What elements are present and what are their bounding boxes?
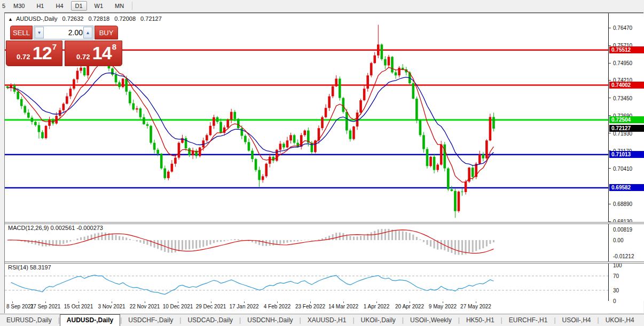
price-level-badge: 0.72504 <box>609 116 644 123</box>
price-tick-mark <box>609 80 611 81</box>
macd-panel-separator[interactable] <box>5 222 644 224</box>
ohlc-close: 0.72127 <box>140 15 162 22</box>
chart-tab-ukoil-h4[interactable]: UKOil-,H4 <box>599 315 641 326</box>
chart-tab-usdcad-daily[interactable]: USDCAD-,Daily <box>181 315 239 326</box>
timeframe-button-w1[interactable]: W1 <box>90 1 108 11</box>
time-tick-label: 10 Dec 2021 <box>163 304 193 309</box>
rsi-tick-label: 0 <box>613 298 616 304</box>
price-axis[interactable]: 0.764700.757100.749500.742100.734500.726… <box>608 13 644 301</box>
price-tick-label: 0.74950 <box>613 60 632 66</box>
time-tick-label: 4 Feb 2022 <box>264 304 291 309</box>
time-tick-mark <box>343 301 344 303</box>
chart-tab-usdcnh-daily[interactable]: USDCNH-,Daily <box>241 315 299 326</box>
volume-input[interactable] <box>44 27 83 38</box>
macd-tick-label: 0.00 <box>613 237 623 243</box>
price-tick-label: 0.73450 <box>613 96 632 101</box>
timeframe-button-mn[interactable]: MN <box>111 1 128 11</box>
macd-signal-value: -0.000273 <box>76 225 103 231</box>
buy-price-main: 14 <box>92 43 112 63</box>
timeframe-button-h4[interactable]: H4 <box>51 1 67 11</box>
macd-signal-line <box>7 230 493 253</box>
macd-indicator-label: MACD(12,26,9) <box>8 225 49 231</box>
sell-price-main: 12 <box>33 43 52 63</box>
time-tick-label: 17 Jan 2022 <box>229 304 258 309</box>
price-tick-mark <box>609 133 611 133</box>
price-level-badge: 0.75512 <box>609 46 644 53</box>
time-tick-mark <box>443 301 443 303</box>
time-tick-label: 23 Feb 2022 <box>295 304 325 309</box>
macd-label-row: MACD(12,26,9) 0.002561 -0.000273 <box>8 225 103 231</box>
rsi-value: 58.3197 <box>30 264 51 271</box>
price-level-badge: 0.72127 <box>609 125 644 132</box>
sell-button[interactable]: SELL <box>10 26 33 39</box>
time-tick-mark <box>45 301 46 303</box>
time-tick-label: 27 Sep 2021 <box>30 304 61 309</box>
time-axis[interactable]: 8 Sep 202127 Sep 202115 Oct 20213 Nov 20… <box>5 301 608 314</box>
time-tick-mark <box>178 301 178 303</box>
sell-price-box[interactable]: 0.72 127 <box>6 41 62 66</box>
chart-tab-hk50-h1[interactable]: HK50-,H1 <box>460 315 501 326</box>
macd-tick-label: -0.01212 <box>613 253 634 259</box>
chart-window: ▲AUDUSD-,Daily 0.72632 0.72818 0.72008 0… <box>4 12 643 313</box>
price-tick-mark <box>609 28 611 28</box>
rsi-panel-separator[interactable] <box>5 261 644 264</box>
timeframe-buttons: M30H1H4D1W1MN <box>7 1 130 11</box>
time-tick-mark <box>211 301 211 303</box>
price-tick-label: 0.76470 <box>613 25 632 31</box>
buy-price-prefix: 0.72 <box>76 53 90 61</box>
chart-tab-eurusd-daily[interactable]: EURUSD-,Daily <box>0 315 58 326</box>
rsi-line <box>11 275 494 295</box>
chart-title: ▲AUDUSD-,Daily 0.72632 0.72818 0.72008 0… <box>8 15 162 22</box>
sell-price-pip: 7 <box>52 42 57 51</box>
price-level-badge: 0.74002 <box>609 82 644 89</box>
price-tick-label: 0.70410 <box>613 166 632 172</box>
chart-tab-bar: EURUSD-,Daily|AUDUSD-,Daily|USDCHF-,Dail… <box>0 314 644 326</box>
time-tick-mark <box>145 301 145 303</box>
symbol-collapse-arrow-icon[interactable]: ▲ <box>8 17 13 22</box>
chart-tab-usdchf-daily[interactable]: USDCHF-,Daily <box>122 315 179 326</box>
chart-tab-ukoil-daily[interactable]: UKOil-,Daily <box>355 315 402 326</box>
macd-main-value: 0.002561 <box>50 225 75 231</box>
time-tick-label: 20 Apr 2022 <box>395 304 424 309</box>
timeframe-button-h1[interactable]: H1 <box>32 1 48 11</box>
time-tick-label: 8 Sep 2021 <box>6 304 34 309</box>
ohlc-high: 0.72818 <box>88 15 109 22</box>
price-tick-mark <box>609 168 611 169</box>
macd-tick-label: 0.00819 <box>613 227 632 233</box>
volume-increase-button[interactable]: ▲ <box>83 27 92 38</box>
time-tick-mark <box>112 301 112 303</box>
chart-tab-usoil-h4[interactable]: USOil-,H4 <box>556 315 598 326</box>
volume-decrease-button[interactable]: ▼ <box>35 27 44 38</box>
macd-histogram <box>7 229 494 255</box>
one-click-trading-panel: SELL ▼ ▲ BUY 0.72 127 0.72 148 <box>6 25 122 67</box>
ohlc-open: 0.72632 <box>62 15 84 22</box>
time-tick-mark <box>310 301 311 303</box>
chart-tab-xauusd-h1[interactable]: XAUUSD-,H1 <box>301 315 353 326</box>
price-tick-mark <box>609 98 611 98</box>
rsi-label-row: RSI(14) 58.3197 <box>8 264 51 271</box>
buy-price-box[interactable]: 0.72 148 <box>65 41 122 66</box>
toolbar-separator <box>132 2 132 10</box>
chart-tab-usoil-weekly[interactable]: USOil-,Weekly <box>404 315 458 326</box>
chart-tab-eurchf-h1[interactable]: EURCHF-,H1 <box>502 315 554 326</box>
price-tick-mark <box>609 63 611 63</box>
volume-stepper: ▼ ▲ <box>34 26 93 39</box>
buy-button[interactable]: BUY <box>95 26 118 39</box>
time-tick-label: 1 Apr 2022 <box>364 304 389 309</box>
timeframe-button-partial[interactable]: 5 <box>0 3 5 9</box>
chart-tab-audusd-daily[interactable]: AUDUSD-,Daily <box>60 314 120 326</box>
timeframe-button-m30[interactable]: M30 <box>9 1 29 11</box>
time-tick-label: 27 May 2022 <box>460 304 491 309</box>
rsi-tick-label: 30 <box>613 288 619 293</box>
time-tick-mark <box>277 301 278 303</box>
rsi-tick-label: 70 <box>613 273 619 279</box>
time-tick-mark <box>244 301 245 303</box>
price-level-badge: 0.69582 <box>609 184 644 191</box>
timeframe-button-d1[interactable]: D1 <box>71 1 87 11</box>
chart-symbol-label: AUDUSD-,Daily <box>16 15 58 22</box>
price-tick-label: 0.68890 <box>613 201 632 207</box>
time-tick-mark <box>78 301 79 303</box>
trading-app: { "toolbar": { "partial_left": "5", "tim… <box>0 0 644 326</box>
time-tick-label: 15 Oct 2021 <box>64 304 93 309</box>
rsi-indicator-label: RSI(14) <box>8 264 28 271</box>
